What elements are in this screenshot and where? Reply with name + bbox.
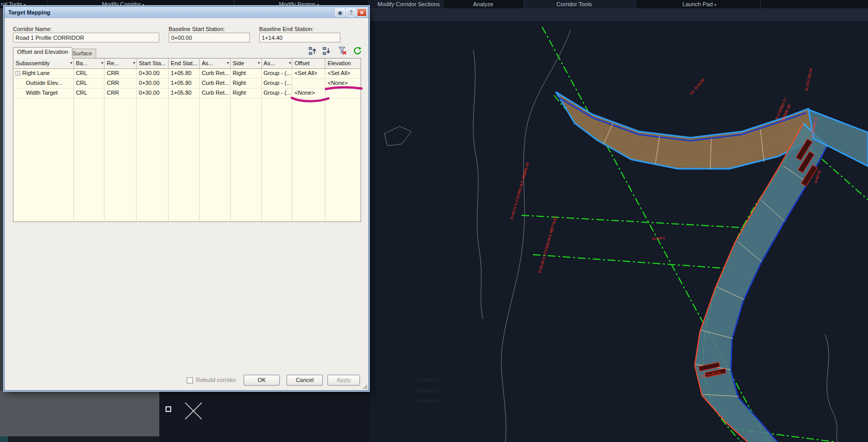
column-header-assembly[interactable]: As...▾ xyxy=(200,58,231,68)
baseline-end-input[interactable] xyxy=(259,33,340,42)
pick-upward-button[interactable] xyxy=(306,45,319,56)
application-window: ral Tools▾ Modify Corridor▾ Modify Regio… xyxy=(0,0,868,442)
command-echo-line: Command: xyxy=(415,398,443,404)
chevron-down-icon[interactable]: ▾ xyxy=(258,61,260,65)
refresh-icon xyxy=(353,46,362,55)
tab-offset-and-elevation[interactable]: Offset and Elevation xyxy=(13,47,72,58)
grid-header-row: Subassembly▾ Ba...▾ Re...▾ Start Sta... … xyxy=(13,58,361,69)
column-header-side[interactable]: Side▾ xyxy=(231,58,262,68)
close-icon: ✕ xyxy=(360,10,364,16)
menu-corridor-tools[interactable]: Corridor Tools xyxy=(557,1,592,7)
menu-launch-pad[interactable]: Launch Pad▾ xyxy=(682,1,716,7)
canvas-background xyxy=(370,8,868,442)
column-header-region[interactable]: Re...▾ xyxy=(104,58,137,68)
baseline-end-label: Baseline End Station: xyxy=(259,26,313,32)
close-button[interactable]: ✕ xyxy=(357,8,367,17)
background-panel xyxy=(0,391,159,436)
command-line-echo: Command: Command: Command: xyxy=(415,377,443,404)
dialog-title: Target Mapping xyxy=(5,9,50,16)
grid-empty-area xyxy=(13,98,361,222)
crosshair-cursor xyxy=(182,400,205,422)
baseline-start-label: Baseline Start Station: xyxy=(169,26,225,32)
tree-collapse-icon[interactable]: − xyxy=(16,71,20,76)
resize-grip[interactable]: ◢ xyxy=(363,382,367,390)
menu-modify-corridor-sections[interactable]: Modify Corridor Sections xyxy=(378,1,440,7)
chevron-down-icon[interactable]: ▾ xyxy=(227,61,229,65)
chevron-down-icon[interactable]: ▾ xyxy=(133,61,135,65)
annotation-underline-offset xyxy=(290,95,331,104)
target-mapping-grid: Subassembly▾ Ba...▾ Re...▾ Start Sta... … xyxy=(13,58,361,222)
pick-downward-button[interactable] xyxy=(320,45,333,56)
rebuild-corridor-label: Rebuild corridor xyxy=(196,377,236,383)
table-row[interactable]: Outside Elev... CRL CRR 0+30.00 1+05.80 … xyxy=(13,79,361,89)
elevation-target-cell[interactable]: <Set All> xyxy=(325,69,361,79)
ribbon-separator xyxy=(760,0,761,8)
ribbon-lower-band xyxy=(370,8,868,22)
corridor-name-input[interactable] xyxy=(13,33,159,42)
offset-target-cell[interactable] xyxy=(292,79,325,89)
model-space-canvas[interactable]: PC: 0+30.00 N 1707862.77 E 480905.18 0+4… xyxy=(370,8,868,442)
column-header-assembly-group[interactable]: As...▾ xyxy=(262,58,293,68)
chevron-down-icon[interactable]: ▾ xyxy=(70,61,72,65)
rebuild-corridor-checkbox[interactable] xyxy=(187,377,193,384)
pick-downward-icon xyxy=(322,47,331,55)
bottom-strip xyxy=(0,436,159,442)
dialog-extra-button[interactable]: ◉ xyxy=(335,8,345,17)
menu-analyze[interactable]: Analyze xyxy=(473,1,493,7)
ribbon-separator xyxy=(443,0,443,8)
column-header-start-station[interactable]: Start Sta... xyxy=(137,58,169,68)
chevron-down-icon[interactable]: ▾ xyxy=(101,61,103,65)
lower-drawing-area[interactable] xyxy=(159,391,370,442)
help-icon: ? xyxy=(350,10,353,16)
annotation-underline-elevation xyxy=(324,84,364,93)
ribbon-separator xyxy=(635,0,636,8)
chevron-down-icon: ▾ xyxy=(714,3,716,7)
dialog-extra-icon: ◉ xyxy=(338,10,342,16)
chevron-down-icon[interactable]: ▾ xyxy=(289,61,291,65)
tab-surface[interactable]: Surface xyxy=(68,49,96,58)
pick-upward-icon xyxy=(308,47,317,55)
refresh-button[interactable] xyxy=(351,45,364,56)
apply-button[interactable]: Apply xyxy=(327,375,360,386)
column-header-subassembly[interactable]: Subassembly▾ xyxy=(13,58,74,68)
left-panel-sliver xyxy=(0,8,4,391)
viewport-icon xyxy=(166,406,171,412)
command-echo-line: Command: xyxy=(415,388,443,394)
column-header-baseline[interactable]: Ba...▾ xyxy=(74,58,105,68)
ribbon-separator xyxy=(523,0,524,8)
column-header-elevation[interactable]: Elevation xyxy=(325,58,361,68)
table-row[interactable]: −Right Lane CRL CRR 0+30.00 1+05.80 Curb… xyxy=(13,69,361,79)
offset-target-cell[interactable]: <Set All> xyxy=(292,69,325,79)
corridor-name-label: Corridor Name: xyxy=(13,26,52,32)
dialog-titlebar[interactable]: Target Mapping ◉ ? ✕ xyxy=(5,7,368,18)
target-mapping-dialog: Target Mapping ◉ ? ✕ Corridor Name: Base… xyxy=(4,6,369,391)
command-echo-line: Command: xyxy=(415,377,443,384)
ok-button[interactable]: OK xyxy=(244,375,280,386)
baseline-start-input[interactable] xyxy=(169,33,250,42)
help-button[interactable]: ? xyxy=(346,8,356,17)
clear-filter-icon xyxy=(338,46,347,55)
clear-filter-button[interactable] xyxy=(336,45,349,56)
column-header-offset[interactable]: Offset xyxy=(292,58,325,68)
column-header-end-station[interactable]: End Stat... xyxy=(169,58,200,68)
cancel-button[interactable]: Cancel xyxy=(287,375,323,386)
corner-accent xyxy=(0,436,8,442)
